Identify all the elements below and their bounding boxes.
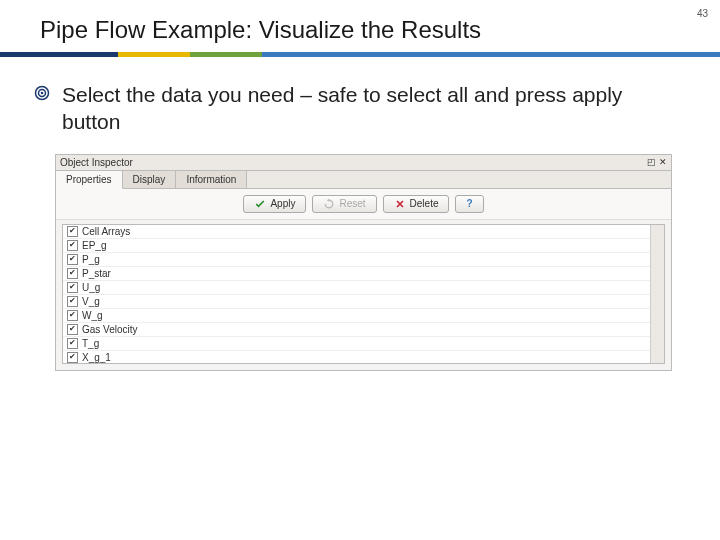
bullet-item: Select the data you need – safe to selec… — [0, 57, 720, 136]
array-row[interactable]: ✔Gas Velocity — [63, 323, 650, 337]
array-checkbox[interactable]: ✔ — [67, 268, 78, 279]
array-row[interactable]: ✔V_g — [63, 295, 650, 309]
tab-display[interactable]: Display — [123, 171, 177, 188]
reset-icon — [323, 198, 335, 210]
svg-point-2 — [41, 92, 44, 95]
array-row[interactable]: ✔U_g — [63, 281, 650, 295]
reset-label: Reset — [339, 198, 365, 209]
delete-label: Delete — [410, 198, 439, 209]
array-row[interactable]: ✔P_star — [63, 267, 650, 281]
array-row[interactable]: ✔T_g — [63, 337, 650, 351]
arrays-header-row[interactable]: ✔ Cell Arrays — [63, 225, 650, 239]
array-row[interactable]: ✔EP_g — [63, 239, 650, 253]
array-checkbox[interactable]: ✔ — [67, 240, 78, 251]
apply-icon — [254, 198, 266, 210]
array-label: P_star — [82, 268, 111, 279]
inspector-toolbar: Apply Reset Delete ? — [56, 189, 671, 220]
array-checkbox[interactable]: ✔ — [67, 352, 78, 363]
divider — [0, 52, 720, 57]
arrays-header-label: Cell Arrays — [82, 226, 130, 237]
inspector-titlebar: Object Inspector ◰ ✕ — [56, 155, 671, 171]
apply-button[interactable]: Apply — [243, 195, 306, 213]
array-label: EP_g — [82, 240, 106, 251]
inspector-tabs: Properties Display Information — [56, 171, 671, 189]
array-label: P_g — [82, 254, 100, 265]
array-label: Gas Velocity — [82, 324, 138, 335]
cell-arrays-list: ✔ Cell Arrays ✔EP_g ✔P_g ✔P_star ✔U_g ✔V… — [62, 224, 665, 364]
tab-information[interactable]: Information — [176, 171, 247, 188]
delete-icon — [394, 198, 406, 210]
reset-button[interactable]: Reset — [312, 195, 376, 213]
array-checkbox[interactable]: ✔ — [67, 324, 78, 335]
array-label: X_g_1 — [82, 352, 111, 363]
scrollbar[interactable] — [650, 225, 664, 364]
close-icon[interactable]: ✕ — [659, 157, 667, 167]
inspector-title-text: Object Inspector — [60, 157, 133, 168]
page-title: Pipe Flow Example: Visualize the Results — [0, 0, 720, 52]
apply-label: Apply — [270, 198, 295, 209]
array-checkbox[interactable]: ✔ — [67, 338, 78, 349]
bullet-text: Select the data you need – safe to selec… — [62, 81, 660, 136]
tab-properties[interactable]: Properties — [56, 171, 123, 189]
delete-button[interactable]: Delete — [383, 195, 450, 213]
page-number: 43 — [697, 8, 708, 19]
array-checkbox[interactable]: ✔ — [67, 282, 78, 293]
array-label: W_g — [82, 310, 103, 321]
select-all-checkbox[interactable]: ✔ — [67, 226, 78, 237]
array-label: U_g — [82, 282, 100, 293]
array-checkbox[interactable]: ✔ — [67, 310, 78, 321]
undock-icon[interactable]: ◰ — [647, 157, 656, 167]
array-label: V_g — [82, 296, 100, 307]
bullet-icon — [34, 85, 50, 105]
array-row[interactable]: ✔P_g — [63, 253, 650, 267]
help-button[interactable]: ? — [455, 195, 483, 213]
help-icon: ? — [466, 198, 472, 209]
array-row[interactable]: ✔W_g — [63, 309, 650, 323]
array-checkbox[interactable]: ✔ — [67, 254, 78, 265]
object-inspector-panel: Object Inspector ◰ ✕ Properties Display … — [55, 154, 672, 371]
array-checkbox[interactable]: ✔ — [67, 296, 78, 307]
array-row[interactable]: ✔X_g_1 — [63, 351, 650, 364]
array-label: T_g — [82, 338, 99, 349]
